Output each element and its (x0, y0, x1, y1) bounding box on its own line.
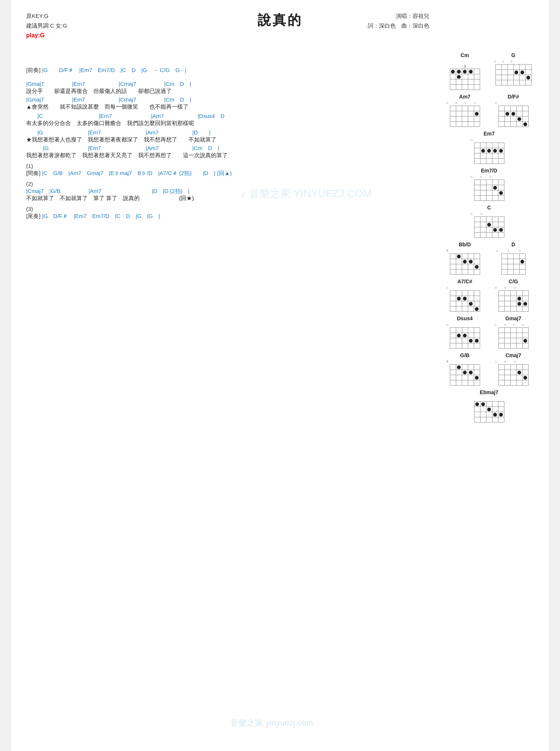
chord-grid-wrap (450, 364, 480, 386)
chord-diagram-Cmaj7: Cmaj7○○○ (491, 352, 536, 386)
fret-dot (493, 413, 497, 417)
chord-diagram-A7C: A7/C#○ (442, 278, 487, 312)
meta-right: 演唱：容祖兒 詞：深白色 曲：深白色 (368, 11, 429, 30)
fret-dot (520, 260, 524, 264)
chord-row: Em7○ (437, 131, 541, 164)
chord-grid-wrap (501, 253, 526, 275)
chord-row: C○○ (437, 205, 541, 238)
fret-dot (469, 302, 473, 306)
section2-group: (2) |Cmaj7 |G/B |Am7 |D |D (2拍) | 不如就算了 … (26, 181, 422, 202)
chord-diagram-GB: G/B× (442, 352, 487, 386)
chord-grid-wrap (498, 327, 529, 349)
chord-grid-wrap (450, 290, 480, 312)
chord-name: A7/C# (457, 278, 472, 284)
prelude-label: [前奏] (26, 67, 40, 73)
fret-dot (505, 112, 509, 116)
song-title: 說真的 (26, 11, 534, 29)
fret-dot (499, 228, 503, 232)
chord-grid (498, 327, 529, 349)
fret-dot (511, 112, 515, 116)
chord-row: Ebmaj7 (437, 389, 541, 423)
verse1-lyrics2: ▲會突然 就不知該說甚麼 而每一個微笑 也不能再一樣了 (26, 103, 422, 110)
watermark2: 音樂之家 yinyuezj.com (230, 717, 313, 729)
string-indicators: ○ (467, 138, 511, 142)
fret-dot (493, 149, 497, 153)
fret-dot (520, 71, 524, 74)
fret-dot (517, 117, 521, 121)
fret-dot (457, 255, 461, 258)
chord-grid (474, 180, 504, 201)
string-indicators: × (442, 249, 487, 253)
chord-name: Gmaj7 (505, 315, 522, 321)
singer-label: 演唱：容祖兒 (368, 11, 429, 21)
string-indicators: × (442, 359, 487, 364)
chord-grid-wrap (450, 69, 480, 90)
string-indicators: ○ (491, 101, 536, 105)
string-indicators: ○○○ (491, 286, 536, 290)
chord-diagram-Cm: Cm 3 (442, 52, 487, 90)
section3-num: (3) (26, 206, 422, 212)
section1-group: (1) [間奏] |C G/B |Am7 Gmaj7 |E♭maj7 B♭/D … (26, 163, 422, 177)
fret-dot (463, 297, 467, 300)
fret-dot (475, 402, 479, 406)
chord-row: Dsus4○ Gmaj7○○○○ (437, 315, 541, 349)
chord-grid (474, 216, 504, 238)
chorus-chords1: |G |Em7 |Am7 |D | (26, 129, 422, 136)
chord-diagram-DF: D/F#○ (491, 94, 536, 127)
chord-name: G (511, 52, 516, 58)
section3-label: [尾奏] (26, 213, 40, 219)
chord-grid (474, 143, 504, 164)
chord-grid-wrap (474, 401, 504, 423)
chord-grid (450, 69, 480, 90)
main-content: [前奏] |G D/F＃ |Em7 Em7/D |C D |G － C/G G … (26, 67, 422, 220)
fret-dot (463, 371, 467, 374)
chord-grid-wrap (450, 106, 480, 127)
chord-grid (498, 290, 529, 312)
chord-name: Am7 (459, 94, 470, 100)
section3-chords: |G D/F＃ |Em7 Em7/D |C D |G |G | (42, 213, 160, 219)
chord-row: Em7/D○○○ (437, 168, 541, 201)
fret-dot (523, 302, 527, 306)
chord-row: Am7○○○○ D/F#○ (437, 94, 541, 127)
chord-diagram-Em7: Em7○ (467, 131, 511, 164)
prechorus-chords: |C |Em7 |Am7 |Dsus4 D (26, 113, 422, 120)
chord-row: Bb/D× D○○○ (437, 241, 541, 275)
fret-dot (487, 223, 491, 227)
fret-dot (487, 408, 491, 411)
fret-dot (469, 260, 473, 264)
fret-dot (469, 371, 473, 374)
section2-chords: |Cmaj7 |G/B |Am7 |D |D (2拍) | (26, 188, 422, 195)
chord-grid (450, 106, 480, 127)
chord-grid (450, 290, 480, 312)
verse1-group: |Gmaj7 |Em7 |Cmaj7 |Cm D | 說分手 卻還是再復合 但最… (26, 81, 422, 110)
chord-grid (495, 64, 532, 85)
prechorus-group: |C |Em7 |Am7 |Dsus4 D 有太多的分分合合 太多的傷口難癒合 … (26, 113, 422, 127)
chord-diagram-CG: C/G○○○ (491, 278, 536, 312)
chord-grid (450, 364, 480, 386)
fret-dot (457, 334, 461, 337)
chord-grid-wrap (498, 106, 529, 127)
chord-name: Bb/D (459, 241, 471, 247)
fret-dot (499, 413, 503, 417)
chord-grid (450, 327, 480, 349)
chord-grid (450, 253, 480, 275)
fret-dot (481, 402, 485, 406)
chord-grid-wrap (498, 290, 529, 312)
verse1-chords1: |Gmaj7 |Em7 |Cmaj7 |Cm D | (26, 81, 422, 88)
fret-dot (493, 228, 497, 232)
chord-name: C/G (509, 278, 518, 284)
fret-dot (523, 339, 527, 343)
chord-diagram-Am7: Am7○○○○ (442, 94, 487, 127)
string-indicators: ○○○ (491, 359, 536, 364)
chord-grid-wrap (498, 364, 529, 386)
chord-grid (474, 401, 504, 423)
chord-name: Em7 (483, 131, 495, 137)
prelude-chords: |G D/F＃ |Em7 Em7/D |C D |G － C/G G - | (42, 67, 186, 73)
lyricist-label: 詞：深白色 曲：深白色 (368, 21, 429, 31)
prelude-line: [前奏] |G D/F＃ |Em7 Em7/D |C D |G － C/G G … (26, 67, 422, 74)
fret-dot (526, 76, 530, 80)
chorus-group: |G |Em7 |Am7 |D | ★我想著想著人也瘦了 我想著想著夜都深了 我… (26, 129, 422, 159)
string-indicators: ○○ (467, 212, 511, 216)
chord-diagram-Gmaj7: Gmaj7○○○○ (491, 315, 536, 349)
chord-name: D (511, 241, 515, 247)
